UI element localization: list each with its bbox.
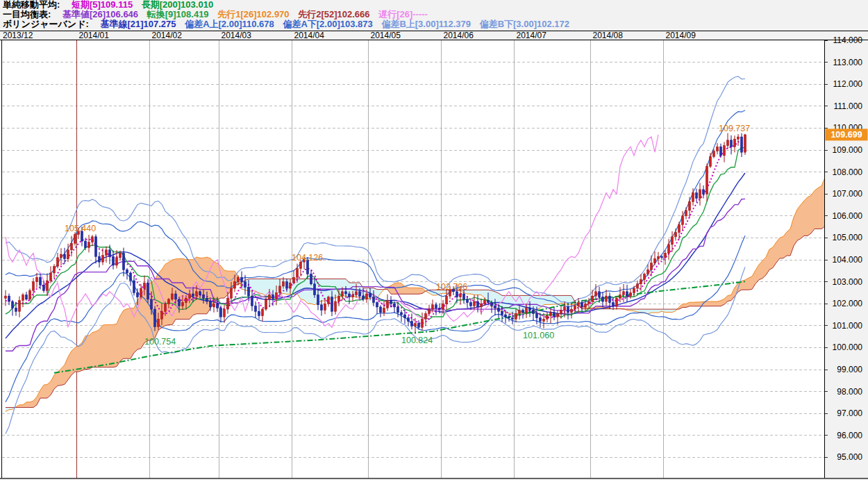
candle-body — [414, 324, 416, 326]
candle-body — [650, 263, 652, 270]
candle-body — [681, 216, 683, 225]
y-axis-label: 101.000 — [833, 321, 863, 331]
candle-body — [438, 308, 440, 310]
candle-body — [275, 292, 277, 298]
candle-body — [282, 282, 284, 286]
candle-body — [664, 254, 666, 258]
candle-body — [528, 308, 531, 311]
y-axis-label: 105.000 — [833, 233, 863, 242]
candle-body — [567, 307, 569, 313]
candle-body — [174, 294, 176, 299]
candle-body — [469, 303, 471, 306]
y-axis-label: 98.000 — [837, 387, 862, 397]
candle-body — [369, 294, 371, 297]
candle-body — [341, 292, 343, 296]
price-annotation: 104.126 — [292, 253, 323, 263]
last-price-badge: 109.699 — [826, 129, 868, 140]
candle-body — [60, 254, 62, 258]
candle-body — [344, 292, 347, 294]
candle-body — [653, 258, 656, 263]
last-price-value: 109.699 — [831, 130, 862, 140]
candle-body — [74, 235, 76, 244]
candle-body — [278, 286, 281, 292]
x-axis-label: 2014/06 — [444, 31, 474, 40]
candle-body — [119, 254, 121, 258]
candle-body — [11, 301, 13, 308]
candle-body — [410, 321, 412, 326]
candle-body — [53, 266, 55, 272]
candle-body — [216, 304, 218, 308]
candle-body — [223, 309, 225, 317]
candle-body — [629, 292, 631, 296]
candle-body — [393, 304, 395, 307]
y-axis-label: 104.000 — [833, 255, 863, 265]
candle-body — [553, 313, 555, 317]
candle-body — [28, 290, 31, 299]
candle-body — [546, 316, 548, 320]
x-axis-label: 2014/04 — [294, 31, 325, 40]
candle-body — [737, 137, 739, 139]
candle-body — [285, 282, 287, 288]
candle-body — [598, 292, 600, 297]
y-axis-label: 97.000 — [837, 408, 862, 418]
candle-body — [4, 296, 6, 298]
plot-area[interactable] — [4, 76, 832, 434]
x-axis-label: 2014/09 — [666, 31, 696, 40]
candle-body — [101, 256, 103, 262]
candle-body — [549, 313, 551, 316]
candle-body — [456, 292, 458, 297]
candle-body — [105, 250, 107, 256]
candle-body — [195, 292, 197, 296]
ichimoku-cloud — [6, 174, 832, 412]
candle-body — [153, 309, 156, 326]
candle-body — [490, 303, 492, 306]
candle-body — [87, 242, 90, 248]
candle-body — [199, 292, 201, 295]
candle-body — [188, 294, 190, 298]
candle-body — [129, 273, 131, 281]
candle-body — [556, 313, 558, 317]
y-axis-label: 106.000 — [833, 211, 863, 221]
candle-body — [397, 307, 399, 313]
candle-body — [466, 299, 468, 303]
candle-body — [18, 300, 20, 311]
candle-body — [185, 298, 187, 302]
candle-body — [292, 277, 294, 283]
candle-body — [501, 311, 503, 315]
candle-body — [331, 297, 333, 312]
candle-body — [70, 243, 72, 249]
candle-body — [515, 313, 517, 319]
candle-body — [435, 305, 437, 308]
candle-body — [150, 299, 152, 309]
y-axis-label: 96.000 — [837, 431, 862, 440]
candle-body — [608, 296, 610, 302]
candle-body — [140, 288, 142, 297]
candle-body — [525, 308, 527, 313]
candle-body — [699, 190, 701, 199]
candle-body — [744, 135, 746, 152]
price-chart-canvas[interactable]: 105.440104.126102.796109.737100.754100.8… — [0, 0, 868, 480]
candle-body — [94, 237, 97, 256]
candle-body — [636, 284, 638, 288]
borders — [0, 31, 868, 480]
candle-body — [660, 256, 662, 258]
candle-body — [570, 309, 572, 313]
candle-body — [108, 250, 110, 256]
candle-body — [122, 254, 124, 270]
candle-body — [49, 273, 51, 281]
candle-body — [192, 294, 194, 296]
ichimoku-lines — [6, 148, 745, 351]
candle-body — [237, 277, 239, 281]
candle-body — [233, 282, 235, 288]
x-axis-label: 2014/08 — [593, 31, 624, 40]
x-axis-label: 2014/05 — [371, 31, 401, 40]
candle-body — [521, 311, 524, 313]
price-annotation: 101.060 — [523, 331, 554, 340]
candle-body — [685, 210, 687, 216]
candle-body — [8, 296, 10, 301]
candle-body — [706, 167, 708, 195]
candle-body — [206, 298, 208, 301]
candle-body — [605, 296, 607, 301]
candle-body — [504, 315, 506, 317]
candle-body — [695, 193, 697, 199]
